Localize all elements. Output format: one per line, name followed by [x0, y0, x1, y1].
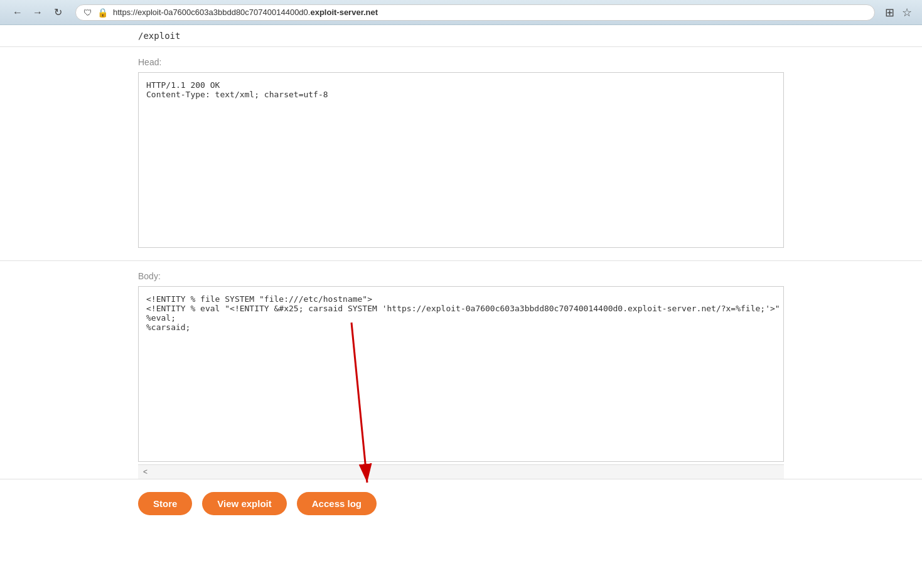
address-bar-container[interactable]: 🛡 🔒 https://exploit-0a7600c603a3bbdd80c7… [75, 4, 875, 21]
url-display: https://exploit-0a7600c603a3bbdd80c70740… [113, 8, 378, 17]
reload-button[interactable]: ↻ [50, 5, 65, 20]
back-button[interactable]: ← [10, 5, 25, 20]
buttons-section: Store View exploit Access log [0, 479, 922, 528]
store-button[interactable]: Store [138, 492, 192, 515]
url-bold-part: exploit-server.net [310, 8, 378, 17]
head-label: Head: [138, 57, 784, 67]
head-section: Head: [0, 47, 922, 261]
nav-buttons: ← → ↻ [10, 5, 65, 20]
page-content: /exploit Head: Body: < Store View exploi… [0, 25, 922, 528]
view-exploit-button[interactable]: View exploit [202, 492, 286, 515]
access-log-button[interactable]: Access log [297, 492, 377, 515]
qr-icon[interactable]: ⊞ [885, 6, 894, 19]
shield-icon: 🛡 [83, 8, 92, 18]
body-label: Body: [138, 271, 784, 281]
head-textarea[interactable] [138, 72, 784, 248]
lock-icon: 🔒 [97, 8, 108, 18]
forward-button[interactable]: → [30, 5, 45, 20]
body-section: Body: < [0, 261, 922, 479]
browser-chrome: ← → ↻ 🛡 🔒 https://exploit-0a7600c603a3bb… [0, 0, 922, 25]
bookmark-icon[interactable]: ☆ [902, 6, 912, 19]
body-textarea[interactable] [138, 286, 784, 462]
url-normal-part: https://exploit-0a7600c603a3bbdd80c70740… [113, 8, 310, 17]
browser-actions: ⊞ ☆ [885, 6, 912, 19]
path-section: /exploit [0, 25, 922, 47]
path-text: /exploit [138, 31, 180, 41]
scroll-left-indicator[interactable]: < [143, 468, 147, 476]
scroll-indicator: < [138, 464, 784, 479]
